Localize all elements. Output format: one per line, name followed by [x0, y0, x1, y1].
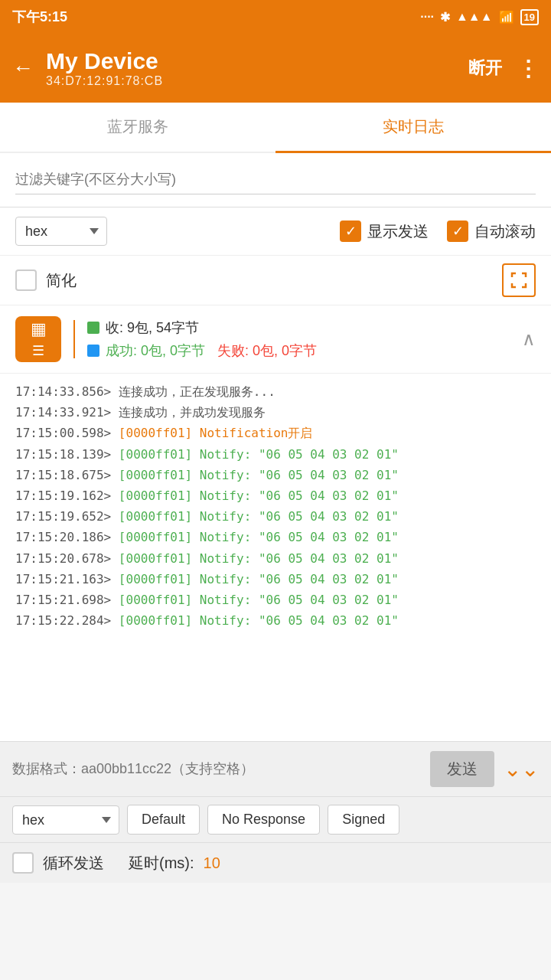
- log-area: 17:14:33.856> 连接成功，正在发现服务...17:14:33.921…: [0, 374, 551, 741]
- log-line: 17:15:20.186> [0000ff01] Notify: "06 05 …: [15, 527, 536, 547]
- wifi-icon: 📶: [499, 10, 514, 24]
- stats-tx: 成功: 0包, 0字节 失败: 0包, 0字节: [87, 341, 522, 360]
- stats-text: 收: 9包, 54字节 成功: 0包, 0字节 失败: 0包, 0字节: [87, 318, 522, 360]
- tab-bluetooth-service[interactable]: 蓝牙服务: [0, 103, 276, 152]
- show-send-label: 显示发送: [367, 221, 429, 242]
- stats-rx-icon: ▦: [31, 318, 47, 341]
- stats-tx-icon: ☰: [31, 341, 47, 361]
- log-line: 17:14:33.921> 连接成功，并成功发现服务: [15, 402, 536, 423]
- loop-send-label: 循环发送: [43, 853, 104, 874]
- log-line: 17:15:18.675> [0000ff01] Notify: "06 05 …: [15, 465, 536, 485]
- stats-icon: ▦ ☰: [15, 316, 61, 362]
- format-row-bottom: hex text dec Default No Response Signed: [0, 796, 551, 842]
- disconnect-button[interactable]: 断开: [468, 57, 502, 80]
- auto-scroll-label: 自动滚动: [474, 221, 536, 242]
- tabs-bar: 蓝牙服务 实时日志: [0, 103, 551, 153]
- send-button[interactable]: 发送: [430, 751, 494, 787]
- simplify-label: 简化: [46, 270, 77, 291]
- log-line: 17:15:19.652> [0000ff01] Notify: "06 05 …: [15, 506, 536, 527]
- log-line: 17:15:21.698> [0000ff01] Notify: "06 05 …: [15, 590, 536, 610]
- format-select-top[interactable]: hex text dec: [15, 217, 107, 246]
- signed-button[interactable]: Signed: [328, 805, 399, 835]
- show-send-checkbox[interactable]: ✓: [340, 220, 361, 242]
- log-line: 17:15:22.284> [0000ff01] Notify: "06 05 …: [15, 610, 536, 631]
- no-response-button[interactable]: No Response: [207, 805, 320, 835]
- checkbox-group: ✓ 显示发送 ✓ 自动滚动: [119, 220, 536, 242]
- more-menu-button[interactable]: ⋮: [517, 56, 539, 81]
- filter-input[interactable]: [15, 165, 536, 194]
- back-button[interactable]: ←: [12, 56, 34, 80]
- filter-section: [0, 153, 551, 207]
- bottom-input-bar: 发送 ⌄⌄: [0, 741, 551, 796]
- header-title-block: My Device 34:D7:12:91:78:CB: [46, 48, 163, 88]
- rx-label: 收: 9包, 54字节: [106, 318, 199, 337]
- stats-rx: 收: 9包, 54字节: [87, 318, 522, 337]
- controls-row: hex text dec ✓ 显示发送 ✓ 自动滚动: [0, 207, 551, 256]
- simplify-row: 简化: [0, 256, 551, 305]
- device-address: 34:D7:12:91:78:CB: [46, 74, 163, 88]
- delay-value: 10: [204, 854, 220, 872]
- tx-success: 成功: 0包, 0字节: [106, 341, 205, 360]
- status-icons: ···· ✱ ▲▲▲ 📶 19: [420, 9, 539, 25]
- tx-dot: [87, 345, 99, 357]
- loop-row: 循环发送 延时(ms): 10: [0, 842, 551, 883]
- rx-dot: [87, 322, 99, 334]
- tx-fail: 失败: 0包, 0字节: [217, 341, 317, 360]
- status-time: 下午5:15: [12, 8, 67, 26]
- delay-label: 延时(ms):: [129, 853, 194, 874]
- expand-button[interactable]: [502, 263, 536, 297]
- loop-checkbox[interactable]: [12, 852, 34, 874]
- expand-bottom-button[interactable]: ⌄⌄: [504, 756, 539, 782]
- simplify-left: 简化: [15, 270, 77, 291]
- header: ← My Device 34:D7:12:91:78:CB 断开 ⋮: [0, 34, 551, 103]
- battery-icon: 19: [520, 9, 539, 25]
- stats-divider: [73, 320, 75, 358]
- format-select-bottom[interactable]: hex text dec: [12, 805, 119, 835]
- stats-block: ▦ ☰ 收: 9包, 54字节 成功: 0包, 0字节 失败: 0包, 0字节 …: [0, 305, 551, 374]
- network-icon: ▲▲▲: [456, 10, 493, 24]
- log-line: 17:15:18.139> [0000ff01] Notify: "06 05 …: [15, 444, 536, 465]
- log-line: 17:15:20.678> [0000ff01] Notify: "06 05 …: [15, 548, 536, 569]
- header-left: ← My Device 34:D7:12:91:78:CB: [12, 48, 163, 88]
- log-line: 17:14:33.856> 连接成功，正在发现服务...: [15, 381, 536, 402]
- auto-scroll-checkbox[interactable]: ✓: [447, 220, 468, 242]
- data-input[interactable]: [12, 761, 421, 777]
- status-bar: 下午5:15 ···· ✱ ▲▲▲ 📶 19: [0, 0, 551, 34]
- log-line: 17:15:00.598> [0000ff01] Notification开启: [15, 423, 536, 443]
- log-line: 17:15:19.162> [0000ff01] Notify: "06 05 …: [15, 485, 536, 506]
- simplify-checkbox[interactable]: [15, 270, 37, 291]
- collapse-button[interactable]: ∧: [522, 328, 536, 350]
- device-name: My Device: [46, 48, 163, 74]
- tab-realtime-log[interactable]: 实时日志: [276, 103, 551, 153]
- header-actions: 断开 ⋮: [468, 56, 539, 81]
- log-line: 17:15:21.163> [0000ff01] Notify: "06 05 …: [15, 569, 536, 590]
- default-button[interactable]: Default: [127, 805, 200, 835]
- bluetooth-icon: ✱: [440, 10, 450, 24]
- signal-icon: ····: [420, 10, 434, 24]
